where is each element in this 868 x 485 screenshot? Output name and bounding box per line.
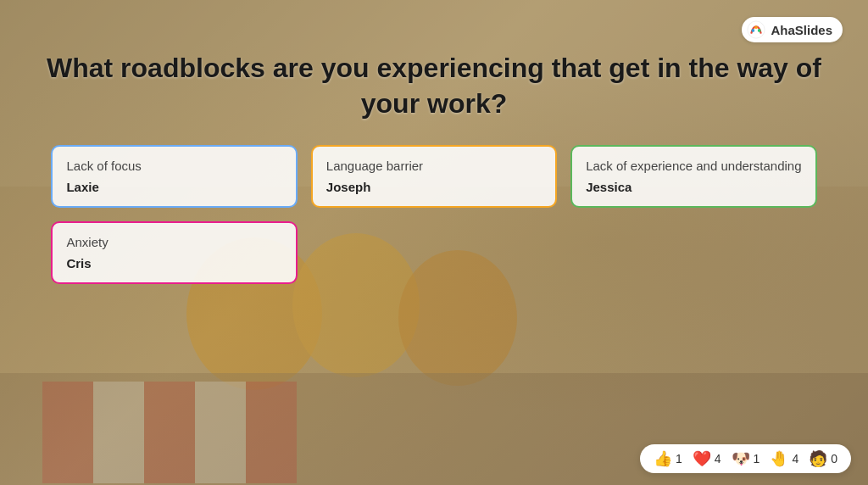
card-name-2: Joseph <box>326 180 542 194</box>
card-name-4: Cris <box>66 256 281 270</box>
card-lack-of-focus: Lack of focus Laxie <box>51 145 297 208</box>
card-topic-1: Lack of focus <box>66 159 281 173</box>
svg-point-14 <box>758 29 761 32</box>
question-title: What roadblocks are you experiencing tha… <box>25 51 843 121</box>
logo-text: AhaSlides <box>771 23 832 37</box>
svg-point-15 <box>755 25 759 29</box>
cards-grid: Lack of focus Laxie Language barrier Jos… <box>51 145 816 284</box>
card-topic-3: Lack of experience and understanding <box>586 159 801 173</box>
svg-point-13 <box>752 29 755 32</box>
svg-point-12 <box>748 21 765 38</box>
header-bar: AhaSlides <box>25 17 843 42</box>
logo-icon <box>747 20 765 39</box>
card-lack-of-experience: Lack of experience and understanding Jes… <box>570 145 816 208</box>
card-language-barrier: Language barrier Joseph <box>311 145 557 208</box>
card-anxiety: Anxiety Cris <box>51 221 297 284</box>
card-name-3: Jessica <box>586 180 801 194</box>
card-topic-2: Language barrier <box>326 159 542 173</box>
card-name-1: Laxie <box>66 180 281 194</box>
page-content: AhaSlides What roadblocks are you experi… <box>0 0 868 485</box>
card-topic-4: Anxiety <box>66 235 281 249</box>
ahaslides-logo: AhaSlides <box>742 17 843 42</box>
